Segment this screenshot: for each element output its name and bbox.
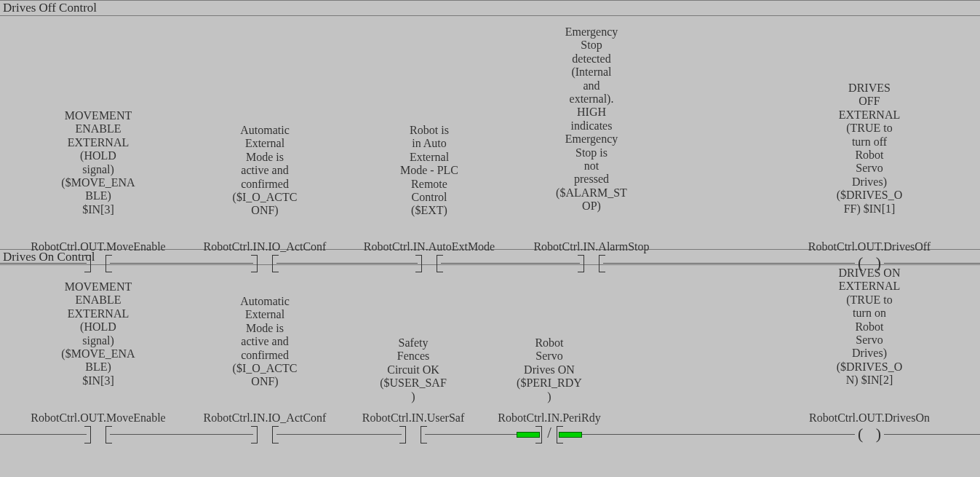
instruction-comment: DRIVES ON EXTERNAL (TRUE to turn on Robo…	[808, 267, 931, 387]
contact-normally-open[interactable]	[247, 426, 283, 442]
energized-indicator	[517, 432, 540, 438]
rail-segment	[603, 263, 855, 264]
slash-icon: /	[547, 425, 551, 441]
instruction-tag: RobotCtrl.OUT.DrivesOn	[760, 411, 979, 425]
contact-normally-open[interactable]	[80, 426, 116, 442]
rail-segment	[561, 434, 855, 435]
rail-segment	[0, 434, 87, 435]
instruction-tag: RobotCtrl.IN.PeriRdy	[440, 411, 658, 425]
rung-body: MOVEMENT ENABLE EXTERNAL (HOLD signal) (…	[0, 265, 980, 469]
rung-0: Drives Off ControlMOVEMENT ENABLE EXTERN…	[0, 0, 980, 249]
energized-indicator	[559, 432, 582, 438]
instruction-comment: DRIVES OFF EXTERNAL (TRUE to turn off Ro…	[811, 82, 928, 216]
paren-left-icon: (	[858, 426, 863, 442]
rail-segment	[884, 434, 980, 435]
rail-segment	[276, 434, 402, 435]
instruction-comment: MOVEMENT ENABLE EXTERNAL (HOLD signal) (…	[40, 280, 156, 387]
instruction-comment: Safety Fences Circuit OK ($USER_SAF )	[355, 336, 471, 403]
rail-segment	[0, 263, 87, 264]
instruction-comment: Emergency Stop detected (Internal and ex…	[533, 25, 650, 213]
instruction-comment: Robot is in Auto External Mode - PLC Rem…	[371, 124, 487, 218]
rail-segment	[884, 263, 980, 264]
rail-segment	[110, 263, 253, 264]
instruction-tag: RobotCtrl.IN.AlarmStop	[482, 240, 701, 253]
rung-1: Drives On ControlMOVEMENT ENABLE EXTERNA…	[0, 249, 980, 469]
rail-segment	[276, 263, 418, 264]
instruction-comment: Automatic External Mode is active and co…	[207, 295, 323, 389]
output-coil[interactable]: ()	[848, 426, 891, 442]
instruction-comment: Automatic External Mode is active and co…	[207, 124, 323, 218]
contact-normally-open[interactable]	[395, 426, 431, 442]
instruction-tag: RobotCtrl.OUT.DrivesOff	[760, 240, 979, 253]
paren-right-icon: )	[876, 426, 881, 442]
rail-segment	[441, 263, 580, 264]
rung-title: Drives Off Control	[0, 0, 980, 16]
instruction-comment: MOVEMENT ENABLE EXTERNAL (HOLD signal) (…	[40, 109, 156, 216]
rung-body: MOVEMENT ENABLE EXTERNAL (HOLD signal) (…	[0, 16, 980, 249]
instruction-comment: Robot Servo Drives ON ($PERI_RDY )	[484, 336, 615, 403]
rail-segment	[110, 434, 253, 435]
